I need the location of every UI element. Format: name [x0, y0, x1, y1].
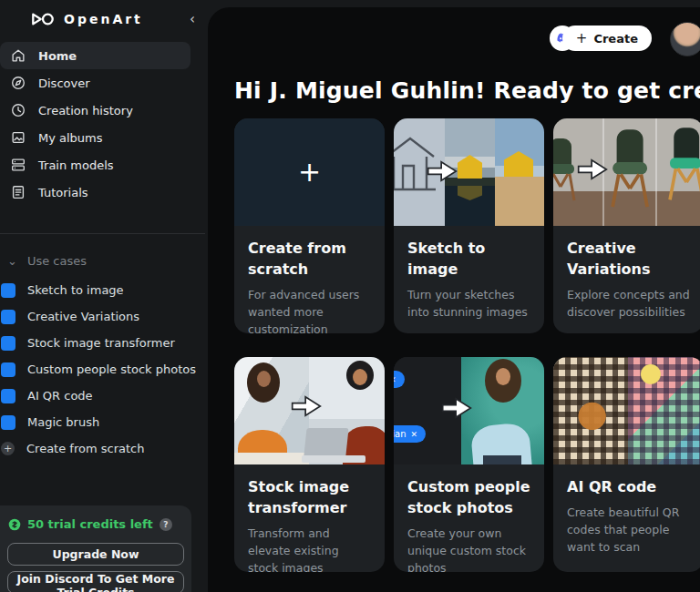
person-shape: [483, 455, 521, 464]
card-title: Stock image transformer: [248, 476, 371, 518]
qr-art-slice: [628, 357, 700, 464]
card-image: ale ✕ ✕ asian ✕: [394, 357, 544, 464]
sidebar: OpenArt ‹ Home Discover Creation hist: [0, 0, 208, 592]
card-title: Creative Variations: [567, 238, 690, 280]
usecase-label: Creative Variations: [27, 310, 139, 323]
card-image: [234, 357, 385, 464]
coin-icon: [8, 518, 21, 531]
usecase-label: Magic brush: [27, 415, 99, 429]
use-cases-list: Sketch to image Creative Variations Stoc…: [0, 277, 208, 462]
plus-icon: +: [298, 158, 321, 186]
openart-logo-icon: [31, 12, 55, 26]
sidebar-item-train-models[interactable]: Train models: [0, 151, 190, 179]
create-button[interactable]: + Create: [562, 26, 652, 51]
arrow-right-icon: [577, 158, 608, 180]
sidebar-item-label: Creation history: [38, 104, 133, 117]
laptop-shape: [302, 455, 365, 463]
card-description: Create your own unique custom stock phot…: [407, 526, 530, 572]
sidebar-item-my-albums[interactable]: My albums: [0, 124, 190, 151]
use-cases-label: Use cases: [27, 254, 87, 268]
greeting-heading: Hi J. Miguel Guhlin! Ready to get creati…: [234, 77, 700, 104]
main-menu: Home Discover Creation history My albums: [0, 42, 208, 206]
laptop-shape: [304, 428, 348, 455]
person-shape: [353, 369, 367, 385]
card-title: Sketch to image: [407, 238, 530, 280]
usecase-thumb-icon: [1, 389, 15, 403]
plus-circle-icon: +: [1, 442, 15, 455]
card-description: Create beautiful QR codes that people wa…: [567, 505, 690, 556]
slice-divider: [655, 118, 657, 226]
sidebar-item-label: Tutorials: [38, 186, 88, 199]
tutorials-doc-icon: [10, 184, 26, 200]
user-avatar[interactable]: [670, 22, 700, 56]
remove-icon: ✕: [394, 375, 396, 384]
usecase-thumb-icon: [1, 336, 15, 351]
usecase-item-sketch-to-image[interactable]: Sketch to image: [0, 277, 208, 303]
usecase-thumb-icon: [1, 362, 15, 377]
sidebar-item-label: Home: [38, 49, 77, 63]
photo-slice: [495, 118, 544, 226]
logo-wordmark: OpenArt: [64, 12, 143, 26]
card-description: Explore concepts and discover possibilit…: [567, 287, 690, 322]
card-title: Create from scratch: [248, 238, 371, 280]
person-shape: [496, 368, 510, 385]
arrow-right-icon: [291, 395, 322, 417]
card-image: [394, 118, 544, 226]
card-create-from-scratch[interactable]: + Create from scratch For advanced users…: [234, 118, 385, 333]
chair-shape: [661, 126, 700, 209]
usecase-item-stock-image-transformer[interactable]: Stock image transformer: [0, 330, 208, 356]
main-panel: + Create Hi J. Miguel Guhlin! Ready to g…: [208, 7, 700, 592]
usecase-item-create-from-scratch[interactable]: + Create from scratch: [0, 435, 208, 462]
openart-dashboard: OpenArt ‹ Home Discover Creation hist: [0, 0, 700, 592]
sidebar-item-tutorials[interactable]: Tutorials: [0, 179, 190, 206]
usecase-label: Custom people stock photos: [27, 362, 196, 376]
upgrade-now-button[interactable]: Upgrade Now: [7, 543, 184, 566]
yellow-house-shape: [458, 155, 482, 179]
sidebar-item-label: My albums: [38, 131, 103, 145]
sidebar-item-home[interactable]: Home: [0, 42, 190, 69]
credits-remaining-text: 50 trial credits left: [27, 517, 153, 531]
train-models-icon: [10, 157, 26, 173]
card-title: AI QR code: [567, 476, 690, 497]
card-custom-people-stock-photos[interactable]: ale ✕ ✕ asian ✕: [394, 357, 544, 572]
usecase-thumb-icon: [1, 415, 15, 430]
usecase-label: Stock image transformer: [27, 336, 175, 350]
use-cases-header[interactable]: ⌄ Use cases: [7, 254, 208, 268]
card-image: [553, 357, 700, 464]
home-icon: [10, 47, 26, 64]
card-creative-variations[interactable]: Creative Variations Explore concepts and…: [553, 118, 700, 333]
history-clock-icon: [10, 102, 26, 118]
usecase-item-custom-people-stock-photos[interactable]: Custom people stock photos: [0, 356, 208, 383]
trial-credits-card: 50 trial credits left ? Upgrade Now Join…: [0, 505, 191, 592]
card-stock-image-transformer[interactable]: Stock image transformer Transform and el…: [234, 357, 385, 572]
usecase-thumb-icon: [1, 283, 15, 298]
chair-shape: [606, 128, 652, 215]
help-icon[interactable]: ?: [160, 518, 172, 531]
card-sketch-to-image[interactable]: Sketch to image Turn your sketches into …: [394, 118, 544, 333]
remove-icon: ✕: [411, 430, 418, 439]
sidebar-item-discover[interactable]: Discover: [0, 69, 190, 97]
sidebar-item-label: Discover: [38, 77, 90, 90]
card-title: Custom people stock photos: [407, 476, 530, 518]
usecase-label: AI QR code: [27, 389, 93, 403]
logo-row: OpenArt ‹: [0, 0, 208, 31]
qr-art-slice: [553, 357, 628, 464]
desk-shape: [234, 453, 309, 464]
card-ai-qr-code[interactable]: AI QR code Create beautiful QR codes tha…: [553, 357, 700, 572]
create-button-label: Create: [593, 32, 638, 46]
sidebar-item-label: Train models: [38, 158, 114, 172]
usecase-label: Sketch to image: [27, 283, 124, 297]
chevron-down-icon: ⌄: [7, 258, 17, 265]
arrow-right-icon: [441, 397, 472, 419]
albums-image-icon: [10, 129, 26, 146]
usecase-item-creative-variations[interactable]: Creative Variations: [0, 303, 208, 330]
join-discord-button[interactable]: Join Discord To Get More Trial Credits: [7, 571, 184, 592]
sidebar-collapse-icon[interactable]: ‹: [186, 11, 199, 27]
sidebar-item-creation-history[interactable]: Creation history: [0, 97, 190, 124]
usecase-thumb-icon: [1, 310, 15, 324]
usecase-item-magic-brush[interactable]: Magic brush: [0, 409, 208, 435]
card-description: Turn your sketches into stunning images: [407, 287, 530, 322]
feature-cards-grid: + Create from scratch For advanced users…: [234, 118, 700, 572]
photo-slice: [461, 357, 544, 464]
usecase-item-ai-qr-code[interactable]: AI QR code: [0, 383, 208, 409]
